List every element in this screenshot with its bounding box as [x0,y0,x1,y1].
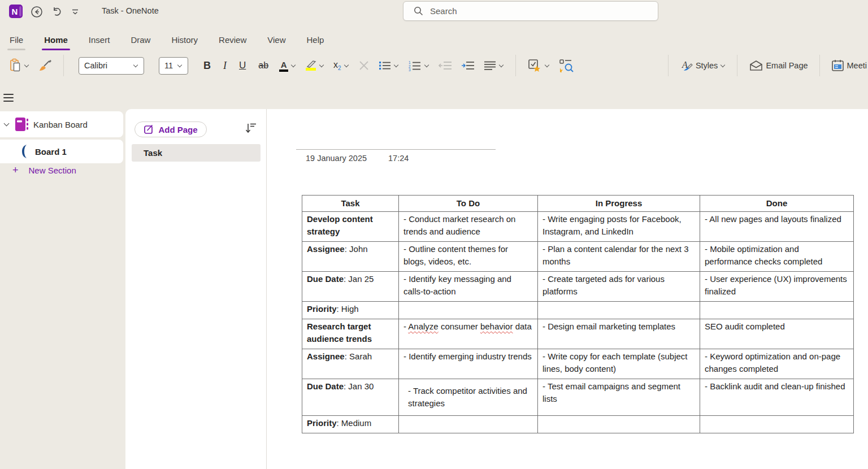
table-cell[interactable]: - Plan a content calendar for the next 3… [538,242,700,272]
clear-formatting-button[interactable] [357,58,371,73]
subscript-button[interactable]: x2 [332,58,350,73]
back-button[interactable] [29,5,44,19]
meeting-details-button[interactable]: Meeti [830,58,868,74]
chevron-down-icon [344,62,348,67]
table-row: Priority: Medium [302,416,854,433]
navigation-menu-button[interactable] [2,93,15,103]
font-color-button[interactable]: A [278,58,297,73]
menu-draw[interactable]: Draw [129,33,151,47]
email-page-label: Email Page [766,61,808,70]
notebook-icon [14,116,29,132]
table-cell[interactable] [399,302,538,319]
table-cell[interactable] [538,302,700,319]
add-page-label: Add Page [158,125,197,134]
increase-indent-button[interactable] [460,59,476,72]
table-cell[interactable] [399,416,538,433]
menu-history[interactable]: History [170,33,199,47]
table-cell[interactable]: - Conduct market research on trends and … [399,212,538,242]
table-cell[interactable]: Assignee: Sarah [302,349,399,379]
bullet-list-button[interactable] [377,59,400,72]
search-input[interactable] [430,6,633,16]
table-cell[interactable]: - Create targeted ads for various platfo… [538,272,700,302]
table-cell[interactable]: - Mobile optimization and performance ch… [700,242,854,272]
title-bar: N Task - OneNote [0,0,868,23]
table-cell[interactable]: Develop content strategy [302,212,399,242]
menu-insert[interactable]: Insert [88,33,111,47]
email-icon [749,60,763,71]
table-row: Due Date: Jan 25 - Identify key messagin… [302,272,854,302]
decrease-indent-icon [439,60,452,71]
search-box[interactable] [403,1,658,21]
new-section-button[interactable]: + New Section [12,164,76,176]
table-cell[interactable]: Priority: High [302,302,399,319]
numbered-list-button[interactable]: 1 2 3 [407,59,431,73]
table-cell[interactable]: - Design email marketing templates [538,319,700,349]
menu-help[interactable]: Help [306,33,326,47]
menu-home[interactable]: Home [43,33,69,47]
font-size-combobox[interactable]: 11 [159,57,188,75]
table-row: Due Date: Jan 30 - Track competitor acti… [302,379,854,416]
underline-button[interactable]: U [236,59,249,72]
table-cell[interactable]: Due Date: Jan 25 [302,272,399,302]
table-cell[interactable]: - Track competitor activities and strate… [399,379,538,416]
ribbon-divider [515,55,516,76]
table-cell[interactable]: Due Date: Jan 30 [302,379,399,416]
table-cell[interactable]: - Outline content themes for blogs, vide… [399,242,538,272]
add-page-button[interactable]: Add Page [134,121,207,137]
italic-button[interactable]: I [220,59,229,73]
chevron-down-icon [4,121,10,127]
table-cell[interactable] [700,302,854,319]
note-canvas[interactable]: 19 January 202517:24 Task To Do In Progr… [267,109,868,469]
window-title: Task - OneNote [102,6,159,15]
menu-view[interactable]: View [266,33,287,47]
table-cell[interactable] [700,416,854,433]
svg-text:3: 3 [409,68,411,71]
table-cell[interactable]: - Keyword optimization and on-page chang… [700,349,854,379]
table-cell[interactable]: - Analyze consumer behavior data [399,319,538,349]
bold-button[interactable]: B [201,59,214,73]
table-cell[interactable]: SEO audit completed [700,319,854,349]
page-item-task[interactable]: Task [132,144,261,162]
table-cell[interactable]: - Test email campaigns and segment lists [538,379,700,416]
column-header-task[interactable]: Task [302,196,399,212]
table-cell[interactable]: Priority: Medium [302,416,399,433]
column-header-todo[interactable]: To Do [399,196,538,212]
chevron-down-icon [133,62,138,67]
quick-access-overflow-button[interactable] [68,5,83,19]
table-cell[interactable]: - Write copy for each template (subject … [538,349,700,379]
highlight-button[interactable] [304,59,326,72]
page-meta: 19 January 202517:24 [306,154,409,163]
menu-review[interactable]: Review [218,33,248,47]
meeting-calendar-icon [831,59,845,72]
sort-pages-button[interactable] [245,121,257,134]
menu-bar: File Home Insert Draw History Review Vie… [8,31,325,48]
todo-tag-button[interactable] [526,57,551,74]
styles-button[interactable]: A Styles [679,58,727,73]
table-cell[interactable]: - Write engaging posts for Facebook, Ins… [538,212,700,242]
add-page-icon [144,124,154,134]
email-page-button[interactable]: Email Page [748,58,809,73]
table-cell[interactable]: - Backlink audit and clean-up finished [700,379,854,416]
table-cell[interactable]: - User experience (UX) improvements fina… [700,272,854,302]
find-tags-button[interactable] [558,57,575,74]
onenote-app-icon[interactable]: N [9,5,23,18]
format-painter-button[interactable] [37,58,53,73]
table-cell[interactable] [538,416,700,433]
paste-button[interactable] [8,57,31,75]
table-cell[interactable]: - Identify emerging industry trends [399,349,538,379]
notebook-item-kanban-board[interactable]: Kanban Board [0,111,123,137]
section-item-board-1[interactable]: Board 1 [0,140,123,163]
table-cell[interactable]: - Identify key messaging and calls-to-ac… [399,272,538,302]
alignment-button[interactable] [483,59,505,72]
table-cell[interactable]: - All new pages and layouts finalized [700,212,854,242]
strikethrough-button[interactable]: ab [255,59,271,72]
chevron-down-icon [544,62,549,67]
undo-button[interactable] [50,5,64,19]
column-header-in-progress[interactable]: In Progress [538,196,700,212]
column-header-done[interactable]: Done [700,196,854,212]
table-cell[interactable]: Assignee: John [302,242,399,272]
menu-file[interactable]: File [8,33,24,47]
decrease-indent-button[interactable] [437,59,453,72]
font-name-combobox[interactable]: Calibri [79,57,144,75]
table-cell[interactable]: Research target audience trends [302,319,399,349]
